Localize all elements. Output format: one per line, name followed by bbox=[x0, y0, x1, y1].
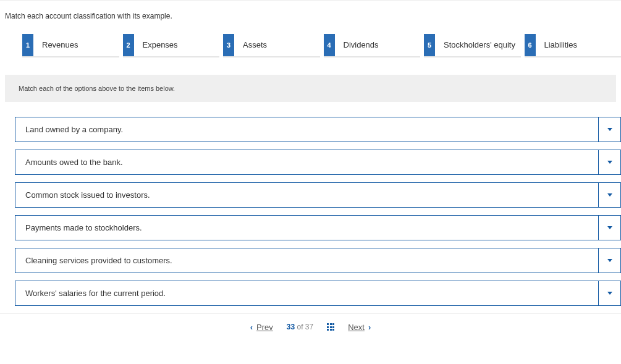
caret-down-icon bbox=[607, 259, 612, 262]
prev-button[interactable]: ‹ Prev bbox=[250, 323, 273, 332]
page-indicator: 33 of 37 bbox=[287, 323, 313, 331]
grid-icon[interactable] bbox=[327, 323, 334, 331]
footer-nav: ‹ Prev 33 of 37 Next › bbox=[0, 313, 621, 341]
item-dropdown[interactable] bbox=[599, 182, 621, 208]
option-stockholders-equity[interactable]: 5 Stockholders' equity bbox=[424, 34, 521, 57]
options-row: 1 Revenues 2 Expenses 3 Assets 4 Dividen… bbox=[0, 34, 621, 75]
caret-down-icon bbox=[607, 292, 612, 295]
item-text: Land owned by a company. bbox=[15, 117, 599, 142]
option-label: Dividends bbox=[335, 34, 421, 56]
option-assets[interactable]: 3 Assets bbox=[223, 34, 320, 57]
item-text: Common stock issued to investors. bbox=[15, 182, 599, 208]
item-text: Payments made to stockholders. bbox=[15, 215, 599, 240]
option-number: 4 bbox=[324, 34, 335, 56]
caret-down-icon bbox=[607, 161, 612, 164]
option-revenues[interactable]: 1 Revenues bbox=[22, 34, 119, 57]
item-text: Workers' salaries for the current period… bbox=[15, 281, 599, 306]
of-word: of bbox=[297, 323, 303, 331]
question-prompt: Match each account classification with i… bbox=[0, 12, 621, 34]
option-label: Expenses bbox=[134, 34, 220, 56]
item-text: Amounts owed to the bank. bbox=[15, 150, 599, 175]
item-dropdown[interactable] bbox=[599, 248, 621, 273]
option-expenses[interactable]: 2 Expenses bbox=[123, 34, 220, 57]
option-number: 1 bbox=[22, 34, 33, 56]
item-dropdown[interactable] bbox=[599, 281, 621, 306]
match-items: Land owned by a company. Amounts owed to… bbox=[0, 117, 621, 306]
top-divider bbox=[0, 0, 621, 1]
match-item-row: Payments made to stockholders. bbox=[15, 215, 621, 240]
next-label: Next bbox=[348, 323, 365, 332]
caret-down-icon bbox=[607, 193, 612, 197]
item-dropdown[interactable] bbox=[599, 150, 621, 175]
option-number: 5 bbox=[424, 34, 435, 56]
option-dividends[interactable]: 4 Dividends bbox=[324, 34, 421, 57]
option-liabilities[interactable]: 6 Liabilities bbox=[525, 34, 622, 57]
option-label: Stockholders' equity bbox=[435, 34, 521, 56]
total-pages: 37 bbox=[305, 323, 313, 331]
prev-label: Prev bbox=[256, 323, 273, 332]
match-item-row: Cleaning services provided to customers. bbox=[15, 248, 621, 273]
match-item-row: Amounts owed to the bank. bbox=[15, 150, 621, 175]
option-number: 6 bbox=[525, 34, 536, 56]
item-dropdown[interactable] bbox=[599, 215, 621, 240]
chevron-left-icon: ‹ bbox=[250, 323, 253, 332]
next-button[interactable]: Next › bbox=[348, 323, 371, 332]
chevron-right-icon: › bbox=[368, 323, 371, 332]
instruction-bar: Match each of the options above to the i… bbox=[5, 75, 616, 102]
caret-down-icon bbox=[607, 128, 612, 131]
match-item-row: Workers' salaries for the current period… bbox=[15, 281, 621, 306]
match-item-row: Common stock issued to investors. bbox=[15, 182, 621, 208]
option-label: Liabilities bbox=[536, 34, 622, 56]
option-number: 3 bbox=[223, 34, 234, 56]
caret-down-icon bbox=[607, 226, 612, 229]
option-number: 2 bbox=[123, 34, 134, 56]
option-label: Revenues bbox=[33, 34, 119, 56]
match-item-row: Land owned by a company. bbox=[15, 117, 621, 142]
item-dropdown[interactable] bbox=[599, 117, 621, 142]
item-text: Cleaning services provided to customers. bbox=[15, 248, 599, 273]
current-page: 33 bbox=[287, 323, 295, 331]
option-label: Assets bbox=[234, 34, 320, 56]
